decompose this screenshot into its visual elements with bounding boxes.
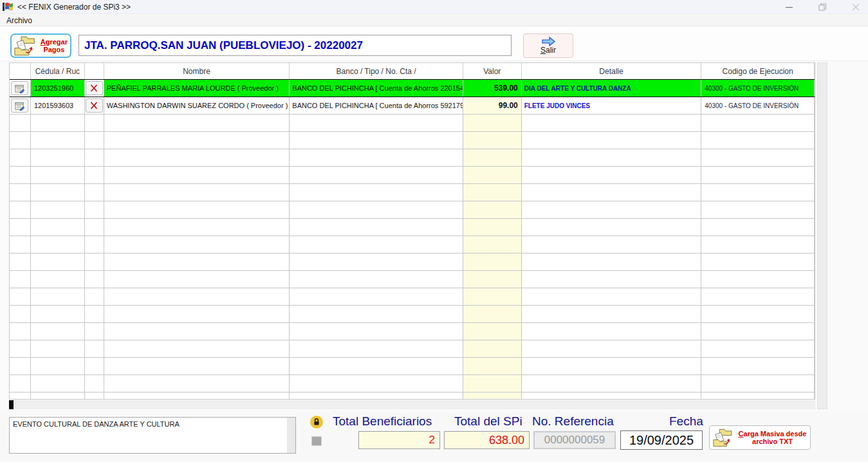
empty-cell — [290, 167, 463, 183]
empty-cell — [10, 271, 31, 288]
app-icon — [3, 2, 14, 12]
edit-row-button[interactable] — [11, 81, 28, 95]
vertical-scrollbar[interactable] — [817, 62, 827, 409]
col-detalle: Detalle — [522, 63, 702, 79]
col-codigo: Codigo de Ejecucion — [701, 63, 815, 79]
empty-cell — [701, 358, 815, 374]
table-row-empty — [10, 254, 815, 271]
fecha-field[interactable]: 19/09/2025 — [620, 430, 703, 450]
table-row-empty — [10, 393, 815, 399]
empty-cell — [85, 149, 104, 166]
empty-cell — [31, 236, 85, 253]
empty-cell — [522, 219, 702, 236]
delete-row-button[interactable] — [86, 81, 103, 95]
total-spi-label: Total del SPi — [454, 414, 522, 429]
empty-cell — [290, 149, 463, 166]
empty-cell — [31, 340, 85, 357]
empty-cell — [701, 393, 815, 399]
close-button[interactable] — [849, 1, 863, 13]
table-row-empty — [10, 236, 815, 254]
horizontal-scrollbar-thumb[interactable] — [9, 400, 14, 409]
empty-cell — [10, 306, 31, 322]
empty-cell — [10, 323, 31, 340]
empty-cell — [31, 288, 85, 305]
descripcion-textarea[interactable]: EVENTO CULTURAL DE DANZA ARTE Y CULTURA — [9, 417, 296, 454]
banco-cell: BANCO DEL PICHINCHA [ Cuenta de Ahorros … — [290, 80, 463, 97]
empty-cell — [104, 306, 290, 322]
edit-row-button[interactable] — [11, 98, 28, 113]
title-bar: << FENIX Generador de SPi3 >> — [0, 0, 868, 14]
salir-button[interactable]: Salir — [523, 33, 573, 58]
empty-cell — [85, 358, 104, 374]
empty-cell — [104, 219, 290, 236]
table-row-empty — [10, 219, 815, 236]
empty-cell — [31, 167, 85, 183]
lock-icon — [310, 416, 323, 429]
delete-row-button[interactable] — [86, 98, 103, 113]
empty-cell — [31, 358, 85, 374]
folders-icon — [14, 35, 38, 57]
empty-cell — [31, 254, 85, 270]
empty-cell — [522, 288, 702, 305]
carga-masiva-label: Carga Masiva desde archivo TXT — [738, 430, 807, 445]
empty-cell — [463, 236, 522, 253]
empty-cell — [463, 288, 522, 305]
empty-cell — [31, 323, 85, 340]
empty-cell — [10, 167, 31, 183]
empty-cell — [701, 323, 815, 340]
edit-cell — [10, 80, 31, 97]
empty-cell — [10, 115, 31, 131]
entity-title-input[interactable] — [78, 35, 512, 56]
table-row[interactable]: 1201593603 WASHINGTON DARWIN SUAREZ CORD… — [10, 97, 815, 115]
agregar-pagos-button[interactable]: Agregar Pagos — [10, 33, 71, 58]
empty-cell — [290, 340, 463, 357]
detalle-cell: DIA DEL ARTE Y CULTURA DANZA — [522, 80, 702, 97]
carga-masiva-button[interactable]: Carga Masiva desde archivo TXT — [709, 425, 811, 450]
empty-cell — [85, 236, 104, 253]
empty-cell — [701, 201, 815, 218]
descripcion-scrollbar[interactable] — [287, 418, 295, 453]
empty-cell — [290, 306, 463, 322]
empty-cell — [31, 306, 85, 322]
empty-cell — [463, 271, 522, 288]
empty-cell — [701, 375, 815, 392]
empty-cell — [290, 288, 463, 305]
table-row-empty — [10, 115, 815, 132]
empty-cell — [104, 132, 290, 149]
empty-cell — [290, 184, 463, 201]
header-spacer — [10, 63, 31, 79]
empty-cell — [522, 254, 702, 270]
table-row-empty — [10, 358, 815, 375]
empty-cell — [10, 393, 31, 399]
table-row-empty — [10, 340, 815, 358]
table-body: 1203251960 PEÑAFIEL PARRALES MARIA LOURD… — [10, 79, 815, 399]
table-row-empty — [10, 149, 815, 167]
horizontal-scrollbar[interactable] — [9, 400, 815, 409]
empty-cell — [31, 375, 85, 392]
restore-button[interactable] — [815, 1, 829, 13]
empty-cell — [290, 115, 463, 131]
empty-cell — [10, 184, 31, 201]
footer-panel: EVENTO CULTURAL DE DANZA ARTE Y CULTURA … — [0, 412, 868, 462]
empty-cell — [701, 115, 815, 131]
no-referencia-label: No. Referencia — [532, 414, 614, 429]
no-referencia-field: 0000000059 — [533, 431, 616, 449]
empty-cell — [701, 340, 815, 357]
table-row-empty — [10, 201, 815, 219]
empty-cell — [104, 340, 290, 357]
empty-cell — [10, 340, 31, 357]
empty-cell — [290, 219, 463, 236]
total-beneficiarios-field: 2 — [358, 431, 440, 449]
empty-cell — [290, 375, 463, 392]
minimize-button[interactable] — [782, 1, 796, 13]
empty-cell — [463, 132, 522, 149]
nombre-cell: WASHINGTON DARWIN SUAREZ CORDO ( Proveed… — [104, 97, 290, 114]
table-row[interactable]: 1203251960 PEÑAFIEL PARRALES MARIA LOURD… — [10, 79, 815, 97]
minimize-icon — [786, 4, 793, 11]
empty-cell — [85, 375, 104, 392]
empty-cell — [85, 393, 104, 399]
banco-cell: BANCO DEL PICHINCHA [ Cuenta de Ahorros … — [290, 97, 463, 114]
empty-cell — [463, 340, 522, 357]
empty-cell — [463, 306, 522, 322]
menu-archivo[interactable]: Archivo — [0, 16, 39, 25]
